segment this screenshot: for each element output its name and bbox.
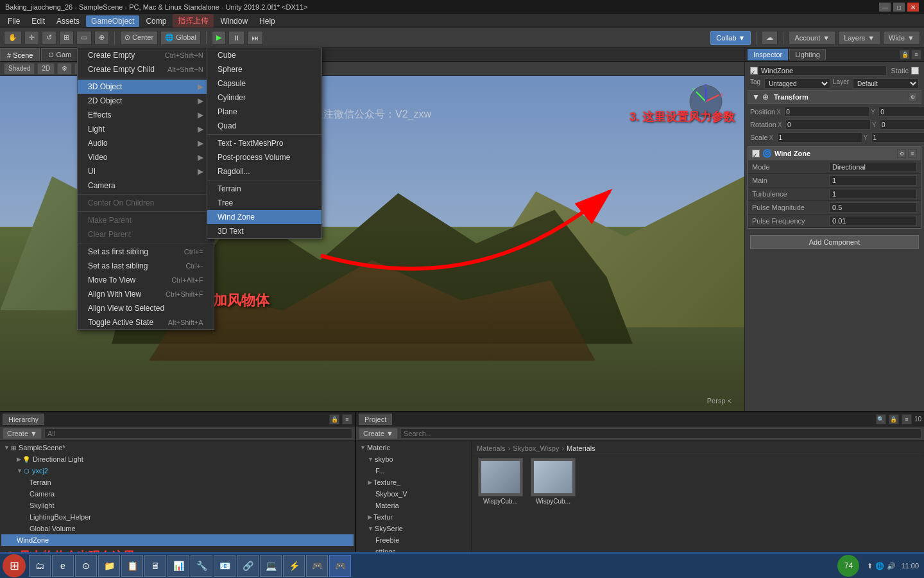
wind-menu[interactable]: ≡	[908, 149, 917, 158]
global-btn[interactable]: 🌐 Global	[160, 31, 201, 45]
submenu-post-process[interactable]: Post-process Volume	[207, 150, 321, 164]
submenu-cylinder[interactable]: Cylinder	[207, 91, 321, 105]
hierarchy-create-btn[interactable]: Create ▼	[3, 428, 42, 439]
hand-tool[interactable]: ✋	[4, 31, 22, 45]
scale-x-input[interactable]	[777, 132, 862, 143]
taskbar-pin7[interactable]: 🔗	[237, 555, 259, 577]
menu-gameobject[interactable]: GameObject	[86, 15, 139, 27]
inspector-lock[interactable]: 🔒	[900, 49, 910, 60]
start-button[interactable]: ⊞	[3, 554, 26, 577]
menu-video[interactable]: Video ▶	[78, 150, 214, 164]
lighting-tab[interactable]: Lighting	[789, 49, 826, 60]
project-create-btn[interactable]: Create ▼	[359, 428, 398, 439]
tray-icon-2[interactable]: 🌐	[875, 562, 884, 570]
layer-select[interactable]: Default	[853, 78, 919, 89]
tree-item-6[interactable]: Global Volume	[1, 523, 354, 534]
menu-light[interactable]: Light ▶	[78, 122, 214, 136]
menu-move-to-view[interactable]: Move To View Ctrl+Alt+F	[78, 273, 214, 287]
position-x-input[interactable]	[784, 107, 869, 117]
taskbar-pin4[interactable]: 📊	[167, 555, 189, 577]
tree-item-2[interactable]: Terrain	[1, 477, 354, 488]
scale-tool[interactable]: ⊞	[59, 31, 74, 45]
tree-item-5[interactable]: LightingBox_Helper	[1, 511, 354, 523]
menu-upload[interactable]: 指挥上传	[173, 14, 214, 28]
object-enabled-checkbox[interactable]	[750, 67, 758, 74]
cloud-btn[interactable]: ☁	[762, 31, 778, 45]
move-tool[interactable]: ✛	[24, 31, 39, 45]
submenu-wind-zone[interactable]: Wind Zone	[207, 210, 321, 224]
menu-toggle-active[interactable]: Toggle Active State Alt+Shift+A	[78, 315, 214, 329]
scene-gizmo[interactable]: X Y Z	[687, 82, 725, 121]
menu-audio[interactable]: Audio ▶	[78, 136, 214, 150]
submenu-tree[interactable]: Tree	[207, 196, 321, 210]
project-lock[interactable]: 🔒	[889, 414, 899, 425]
game-tab[interactable]: ⊙ Gam	[41, 48, 78, 61]
tray-icon-3[interactable]: 🔊	[887, 562, 896, 570]
project-search-icon[interactable]: 🔍	[876, 414, 886, 425]
inspector-tab[interactable]: Inspector	[748, 49, 788, 60]
tray-icon-1[interactable]: ⬆	[867, 562, 873, 570]
proj-tree-materic[interactable]: ▼ Materic	[357, 442, 470, 453]
wind-zone-header[interactable]: 🌀 Wind Zone ⚙ ≡	[748, 147, 921, 161]
proj-tree-skyserie[interactable]: ▼ SkySerie	[357, 523, 470, 534]
menu-last-sibling[interactable]: Set as last sibling Ctrl+-	[78, 259, 214, 273]
taskbar-pin5[interactable]: 🔧	[191, 555, 212, 577]
wind-enabled[interactable]	[752, 150, 760, 157]
project-search[interactable]	[400, 428, 921, 439]
taskbar-unity-active[interactable]: 🎮	[329, 555, 351, 577]
asset-thumb-0[interactable]: WispyCub...	[477, 457, 524, 506]
transform-settings[interactable]: ⚙	[908, 92, 917, 101]
submenu-terrain[interactable]: Terrain	[207, 182, 321, 196]
fx-btn[interactable]: ⚙	[57, 63, 72, 74]
proj-tree-texture[interactable]: ▶ Texture_	[357, 477, 470, 488]
play-btn[interactable]: ▶	[212, 31, 226, 45]
taskbar-ie[interactable]: e	[52, 555, 74, 577]
wind-turb-value[interactable]: 1	[829, 189, 917, 199]
taskbar-chrome[interactable]: ⊙	[75, 555, 97, 577]
taskbar-explorer[interactable]: 🗂	[29, 555, 51, 577]
menu-file[interactable]: File	[3, 15, 25, 27]
rotation-y-input[interactable]	[880, 119, 924, 130]
menu-help[interactable]: Help	[254, 15, 280, 27]
add-component-button[interactable]: Add Component	[750, 235, 919, 249]
hierarchy-menu[interactable]: ≡	[342, 414, 352, 425]
inspector-menu[interactable]: ≡	[911, 49, 921, 60]
submenu-capsule[interactable]: Capsule	[207, 76, 321, 91]
proj-tree-materia[interactable]: Materia	[357, 500, 470, 511]
menu-edit[interactable]: Edit	[26, 15, 50, 27]
close-btn[interactable]: ✕	[907, 3, 919, 12]
menu-ui[interactable]: UI ▶	[78, 164, 214, 179]
object-name-field[interactable]	[758, 66, 887, 76]
2d-btn[interactable]: 2D	[37, 63, 55, 74]
menu-camera[interactable]: Camera	[78, 179, 214, 193]
bread-3[interactable]: Materials	[567, 444, 595, 452]
submenu-plane[interactable]: Plane	[207, 105, 321, 119]
taskbar-pin9[interactable]: ⚡	[283, 555, 305, 577]
project-menu[interactable]: ≡	[902, 414, 912, 425]
scene-root-item[interactable]: ▼ ⊞ SampleScene*	[1, 442, 354, 453]
menu-create-empty[interactable]: Create Empty Ctrl+Shift+N	[78, 48, 214, 62]
tree-item-0[interactable]: ▶ 💡 Directional Light	[1, 453, 354, 465]
menu-window[interactable]: Window	[215, 15, 253, 27]
asset-thumb-1[interactable]: WispyCub...	[529, 457, 577, 506]
submenu-cube[interactable]: Cube	[207, 48, 321, 62]
hierarchy-lock[interactable]: 🔒	[329, 414, 339, 425]
submenu-quad[interactable]: Quad	[207, 119, 321, 133]
minimize-btn[interactable]: —	[879, 3, 891, 12]
rotate-tool[interactable]: ↺	[42, 31, 56, 45]
proj-tree-skyboxv[interactable]: Skybox_V	[357, 488, 470, 500]
menu-create-empty-child[interactable]: Create Empty Child Alt+Shift+N	[78, 62, 214, 76]
taskbar-pin3[interactable]: 🖥	[144, 555, 166, 577]
submenu-textmeshpro[interactable]: Text - TextMeshPro	[207, 136, 321, 150]
scale-y-input[interactable]	[871, 132, 924, 143]
taskbar-pin2[interactable]: 📋	[121, 555, 143, 577]
tree-item-4[interactable]: Skylight	[1, 500, 354, 511]
tree-item-1[interactable]: ▼ ⬡ yxcj2	[1, 465, 354, 477]
menu-comp[interactable]: Comp	[141, 15, 171, 27]
proj-tree-f[interactable]: F...	[357, 465, 470, 477]
pause-btn[interactable]: ⏸	[228, 31, 244, 45]
wind-settings[interactable]: ⚙	[897, 149, 906, 158]
rect-tool[interactable]: ▭	[76, 31, 92, 45]
scene-tab[interactable]: # Scene	[0, 48, 40, 61]
tree-item-7[interactable]: WindZone	[1, 534, 354, 546]
